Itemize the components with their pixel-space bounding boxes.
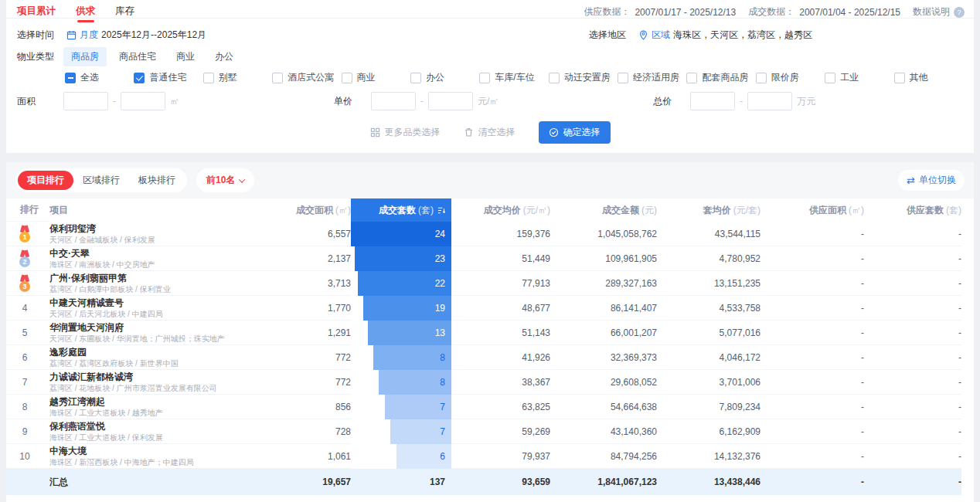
checkbox-别墅[interactable]: 别墅 [203,71,272,84]
checkbox-box-icon[interactable] [65,73,76,83]
property-tab-商品房[interactable]: 商品房 [63,47,107,66]
rank-cell: 7 [6,370,49,395]
confirm-selection-button[interactable]: 确定选择 [539,121,611,144]
checkbox-普通住宅[interactable]: 普通住宅 [134,71,202,84]
table-row[interactable]: 2中交·天翠海珠区 / 南洲板块 / 中交房地产2,1372351,449109… [6,246,961,271]
unit-price-value: 5,077,016 [657,321,761,345]
checkbox-box-icon[interactable] [410,73,421,83]
property-type-label: 物业类型 [17,50,63,63]
checkbox-商业[interactable]: 商业 [342,71,410,84]
project-cell: 广州·保利翡丽甲第荔湾区 / 白鹅潭中部板块 / 保利置业 [49,271,281,296]
column-header-unit-price[interactable]: 套均价(元/套) [657,198,761,222]
checkbox-box-icon[interactable] [342,73,352,83]
time-range-value[interactable]: 2025年12月--2025年12月 [101,29,206,42]
question-icon[interactable]: ? [954,7,965,18]
supply-data-label: 供应数据： [584,5,630,19]
table-row[interactable]: 3广州·保利翡丽甲第荔湾区 / 白鹅潭中部板块 / 保利置业3,7132277,… [6,271,961,296]
column-header-amount[interactable]: 成交金额(元) [550,198,657,222]
checkbox-box-icon[interactable] [272,73,283,83]
project-name: 保利燕语堂悦 [49,422,105,432]
area-max-input[interactable] [121,92,165,110]
region-value[interactable]: 海珠区，天河区，荔湾区，越秀区 [673,29,812,42]
deal-units-value: 13 [435,327,445,338]
supply-units-value: - [864,296,961,321]
table-row[interactable]: 1保利玥玺湾天河区 / 金融城板块 / 保利发展6,55724159,3761,… [6,222,961,246]
checkbox-酒店式公寓[interactable]: 酒店式公寓 [272,71,341,84]
region-selector[interactable]: 区域 [638,29,670,42]
column-header-supply-area[interactable]: 供应面积(㎡) [761,198,864,222]
more-category-button[interactable]: 更多品类选择 [370,126,441,139]
time-filter-row: 选择时间 月度 2025年12月--2025年12月 选择地区 区域 海珠区，天… [17,25,963,45]
table-row[interactable]: 6逸彩庭园荔湾区 / 荔湾区政府板块 / 新世界中国772841,92632,3… [6,345,961,370]
unit-price-value: 13,151,235 [657,271,761,296]
project-name: 逸彩庭园 [49,348,87,358]
property-tab-商品住宅[interactable]: 商品住宅 [111,47,164,66]
table-row[interactable]: 7力诚诚汇新都格诚湾荔湾区 / 花地板块 / 广州市浆滘置业发展有限公司7728… [6,370,961,395]
time-label: 选择时间 [17,29,63,42]
area-min-input[interactable] [63,92,108,110]
table-row[interactable]: 9保利燕语堂悦海珠区 / 工业大道板块 / 保利发展728759,26943,1… [6,419,961,444]
column-header-avg-price[interactable]: 成交均价(元/㎡) [451,198,550,222]
project-cell: 越秀江湾潮起海珠区 / 工业大道板块 / 越秀地产 [49,395,281,419]
calendar-icon [66,30,77,40]
total-max-input[interactable] [747,92,792,110]
checkbox-box-icon[interactable] [825,73,835,83]
project-cell: 中海大境海珠区 / 新滘西板块 / 中海地产；中建四局 [49,444,281,469]
deal-units-bar-cell: 8 [351,370,451,395]
ranking-tab-板块排行[interactable]: 板块排行 [129,171,185,190]
ranking-tab-区域排行[interactable]: 区域排行 [73,171,129,190]
checkbox-box-icon[interactable] [618,73,628,83]
unit-price-value: 7,809,234 [657,395,761,419]
checkbox-全选[interactable]: 全选 [65,71,134,84]
data-help-link[interactable]: 数据说明 ? [913,5,965,19]
checkbox-box-icon[interactable] [756,73,767,83]
property-tab-商业[interactable]: 商业 [168,47,202,66]
range-dash: - [420,96,424,107]
unit-price-value: 14,132,376 [657,444,761,469]
column-header-deal-units-sorted[interactable]: 成交套数(套) [351,198,451,222]
checkbox-box-icon[interactable] [134,73,145,83]
table-row[interactable]: 8越秀江湾潮起海珠区 / 工业大道板块 / 越秀地产856763,82554,6… [6,395,961,419]
price-max-input[interactable] [428,92,473,110]
top-n-dropdown[interactable]: 前10名 [196,168,254,192]
top-n-label: 前10名 [206,174,235,187]
column-header-project: 项目 [49,198,281,222]
deal-area-value: 728 [281,419,351,444]
deal-data-range: 2007/01/04 - 2025/12/15 [799,7,900,18]
checkbox-限价房[interactable]: 限价房 [756,71,825,84]
checkbox-label: 全选 [80,71,99,84]
deal-units-bar-cell: 8 [351,345,451,370]
table-row[interactable]: 5华润置地天河润府天河区 / 东圃板块 / 华润置地；广州城投；珠实地产1,29… [6,321,961,345]
checkbox-车库/车位[interactable]: 车库/车位 [479,71,548,84]
checkbox-box-icon[interactable] [549,73,560,83]
property-tab-办公[interactable]: 办公 [207,47,241,66]
unit-switch-button[interactable]: ⇄ 单位切换 [898,170,965,191]
checkbox-label: 其他 [910,71,928,84]
checkbox-办公[interactable]: 办公 [410,71,479,84]
column-header-supply-units[interactable]: 供应套数(套) [864,198,961,222]
checkbox-经济适用房[interactable]: 经济适用房 [618,71,686,84]
checkbox-label: 普通住宅 [149,71,186,84]
checkbox-配套商品房[interactable]: 配套商品房 [686,71,755,84]
clear-selection-button[interactable]: 清空选择 [464,126,516,139]
checkbox-box-icon[interactable] [203,73,214,83]
deal-units-value: 8 [440,352,445,363]
period-selector[interactable]: 月度 [66,29,98,42]
checkbox-动迁安置房[interactable]: 动迁安置房 [549,71,618,84]
table-row[interactable]: 10中海大境海珠区 / 新滘西板块 / 中海地产；中建四局1,061679,93… [6,444,961,469]
checkbox-box-icon[interactable] [479,73,490,83]
supply-units-value: - [864,419,961,444]
project-cell: 逸彩庭园荔湾区 / 荔湾区政府板块 / 新世界中国 [49,345,281,370]
ranking-tab-项目排行[interactable]: 项目排行 [18,171,73,190]
checkbox-工业[interactable]: 工业 [825,71,893,84]
checkbox-box-icon[interactable] [894,73,905,83]
unit-price-value: 4,780,952 [657,246,761,271]
price-min-input[interactable] [371,92,416,110]
checkbox-其他[interactable]: 其他 [894,71,963,84]
table-row[interactable]: 4中建天河精诚壹号天河区 / 后天河北板块 / 中建四局1,7701948,67… [6,296,961,321]
checkbox-box-icon[interactable] [686,73,697,83]
checkbox-label: 酒店式公寓 [288,71,334,84]
deal-units-bar: 13 [368,321,451,345]
total-min-input[interactable] [690,92,735,110]
column-header-deal-area[interactable]: 成交面积(㎡) [281,198,351,222]
